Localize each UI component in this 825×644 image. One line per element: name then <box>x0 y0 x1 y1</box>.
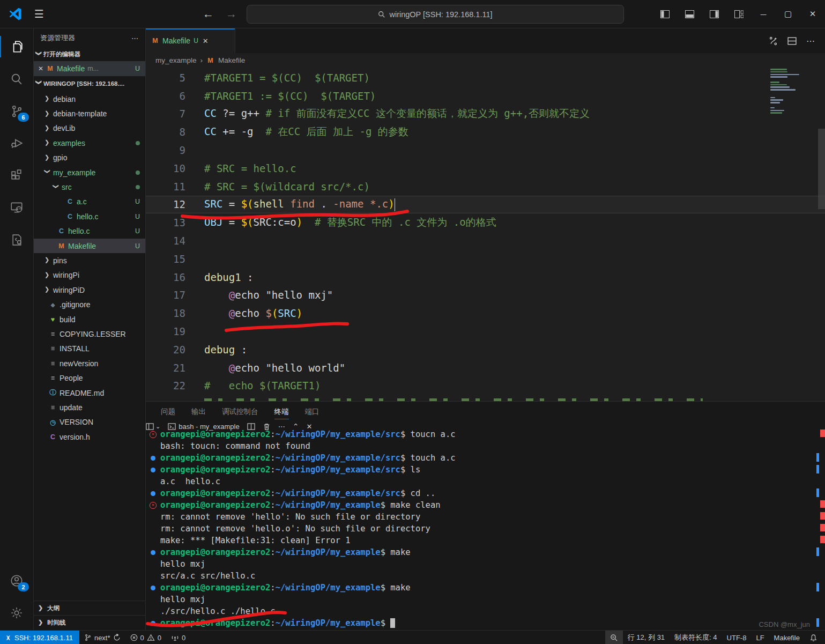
run-debug-icon[interactable] <box>0 129 33 157</box>
tree-item-src[interactable]: ❯src <box>34 180 145 194</box>
git-file-icon: ◆ <box>49 302 57 308</box>
tree-item-COPYING.LESSER[interactable]: ≡COPYING.LESSER <box>34 327 145 341</box>
panel-tab-问题[interactable]: 问题 <box>161 402 175 422</box>
tree-item-hello.c[interactable]: Chello.cU <box>34 209 145 224</box>
command-error-icon: ✕ <box>150 502 157 509</box>
tree-item-gpio[interactable]: ❯gpio <box>34 151 145 165</box>
command-center-search[interactable]: wiringOP [SSH: 192.168.1.11] <box>247 5 624 24</box>
warning-icon <box>147 634 155 641</box>
panel-tab-调试控制台[interactable]: 调试控制台 <box>222 402 258 422</box>
forward-arrow-icon[interactable]: → <box>226 8 237 20</box>
branch-indicator[interactable]: next* <box>79 631 125 644</box>
editor-scrollbar[interactable] <box>818 129 825 209</box>
tree-item-Makefile[interactable]: MMakefileU <box>34 239 145 253</box>
cpp-tools-icon[interactable] <box>0 226 33 254</box>
open-editors-header[interactable]: ❯ 打开的编辑器 <box>34 48 145 61</box>
project-root-header[interactable]: ❯ WIRINGOP [SSH: 192.168.... <box>34 76 145 91</box>
tree-item-.gitignore[interactable]: ◆.gitignore <box>34 297 145 312</box>
split-editor-icon[interactable] <box>787 36 797 46</box>
tree-item-pins[interactable]: ❯pins <box>34 253 145 268</box>
extensions-icon[interactable] <box>0 161 33 189</box>
minimize-button[interactable]: ─ <box>751 0 776 28</box>
tree-item-update[interactable]: ≡update <box>34 400 145 414</box>
timeline-section[interactable]: ❯ 时间线 <box>34 615 150 630</box>
tree-item-VERSION[interactable]: ◷VERSION <box>34 415 145 430</box>
settings-gear-icon[interactable] <box>0 599 33 627</box>
tree-item-INSTALL[interactable]: ≡INSTALL <box>34 342 145 356</box>
back-arrow-icon[interactable]: ← <box>203 8 214 20</box>
ports-indicator[interactable]: 0 <box>166 631 190 644</box>
tree-item-my_example[interactable]: ❯my_example <box>34 165 145 180</box>
eol[interactable]: LF <box>751 631 769 644</box>
tree-item-README.md[interactable]: ⓘREADME.md <box>34 386 145 400</box>
maximize-button[interactable]: ▢ <box>776 0 800 28</box>
tree-item-devLib[interactable]: ❯devLib <box>34 121 145 136</box>
language-mode[interactable]: Makefile <box>769 631 805 644</box>
makefile-icon: M <box>151 37 159 45</box>
scm-badge: 6 <box>18 113 29 122</box>
outline-section[interactable]: ❯ 大纲 <box>34 601 150 616</box>
tree-item-version.h[interactable]: Cversion.h <box>34 430 145 444</box>
menu-icon[interactable]: ☰ <box>34 8 44 20</box>
tree-item-hello.c[interactable]: Chello.cU <box>34 224 145 239</box>
source-control-icon[interactable]: 6 <box>0 97 33 125</box>
zoom-out-icon <box>610 634 618 642</box>
makefile-icon: M <box>46 65 54 72</box>
tree-item-People[interactable]: ≡People <box>34 371 145 385</box>
tree-item-examples[interactable]: ❯examples <box>34 136 145 150</box>
c-file-icon: C <box>57 227 65 235</box>
customize-layout-icon[interactable] <box>726 0 751 28</box>
tree-item-a.c[interactable]: Ca.cU <box>34 195 145 209</box>
terminal-line: ✕orangepi@orangepizero2:~/wiringOP/my_ex… <box>146 428 811 440</box>
breadcrumb[interactable]: my_example › M Makefile <box>146 53 825 68</box>
tree-item-debian-template[interactable]: ❯debian-template <box>34 106 145 121</box>
terminal-output[interactable]: ✕orangepi@orangepizero2:~/wiringOP/my_ex… <box>146 428 811 629</box>
toggle-panel-icon[interactable] <box>677 0 702 28</box>
remote-indicator[interactable]: SSH: 192.168.1.11 <box>0 631 79 644</box>
tree-item-debian[interactable]: ❯debian <box>34 92 145 106</box>
tree-item-wiringPi[interactable]: ❯wiringPi <box>34 268 145 283</box>
remote-explorer-icon[interactable] <box>0 194 33 221</box>
command-success-dot <box>151 586 155 590</box>
open-changes-icon[interactable] <box>769 36 778 46</box>
search-icon <box>378 11 385 18</box>
tree-item-build[interactable]: ♥build <box>34 312 145 327</box>
encoding[interactable]: UTF-8 <box>722 631 752 644</box>
toggle-secondary-sidebar-icon[interactable] <box>702 0 726 28</box>
editor-tabs-bar: M Makefile U ✕ ⋯ <box>146 28 825 53</box>
open-editor-makefile[interactable]: ✕ M Makefile m... U <box>34 61 145 76</box>
toggle-sidebar-icon[interactable] <box>652 0 677 28</box>
code-editor[interactable]: 5#TARGET1 = $(CC) $(TARGET)6#TARGET1 := … <box>146 68 825 401</box>
code-line-18: 18 @echo $(SRC) <box>146 304 825 322</box>
code-line-10: 10# SRC = hello.c <box>146 159 825 177</box>
error-icon <box>130 634 138 641</box>
problems-indicator[interactable]: 0 0 <box>125 631 166 644</box>
command-error-icon: ✕ <box>150 431 157 438</box>
explorer-more-icon[interactable]: ⋯ <box>131 34 139 42</box>
panel-tab-输出[interactable]: 输出 <box>191 402 206 422</box>
tab-makefile[interactable]: M Makefile U ✕ <box>146 28 235 53</box>
accounts-icon[interactable]: 2 <box>0 567 33 595</box>
chevron-right-icon: ❯ <box>44 256 50 263</box>
panel-tabs: 问题输出调试控制台终端端口 <box>146 402 825 422</box>
zoom-indicator[interactable] <box>605 631 623 644</box>
command-success-dot <box>151 550 155 555</box>
panel-tab-终端[interactable]: 终端 <box>274 402 289 422</box>
search-view-icon[interactable] <box>0 65 33 93</box>
close-button[interactable]: ✕ <box>800 0 825 28</box>
explorer-icon[interactable] <box>0 33 33 61</box>
code-line-17: 17 @echo "hello mxj" <box>146 286 825 305</box>
more-actions-icon[interactable]: ⋯ <box>806 36 815 46</box>
panel-tab-端口[interactable]: 端口 <box>305 402 319 422</box>
cursor-position[interactable]: 行 12, 列 31 <box>623 631 670 644</box>
close-icon[interactable]: ✕ <box>38 65 43 72</box>
tab-close-icon[interactable]: ✕ <box>203 37 209 45</box>
indentation[interactable]: 制表符长度: 4 <box>670 631 722 644</box>
tree-item-wiringPiD[interactable]: ❯wiringPiD <box>34 283 145 297</box>
notifications-bell[interactable] <box>805 631 825 644</box>
tree-item-newVersion[interactable]: ≡newVersion <box>34 356 145 371</box>
doc-file-icon: ≡ <box>49 374 57 382</box>
sidebar-title: 资源管理器 <box>40 33 75 43</box>
terminal-line: make: *** [Makefile:31: clean] Error 1 <box>146 535 811 546</box>
minimap[interactable] <box>770 69 817 115</box>
